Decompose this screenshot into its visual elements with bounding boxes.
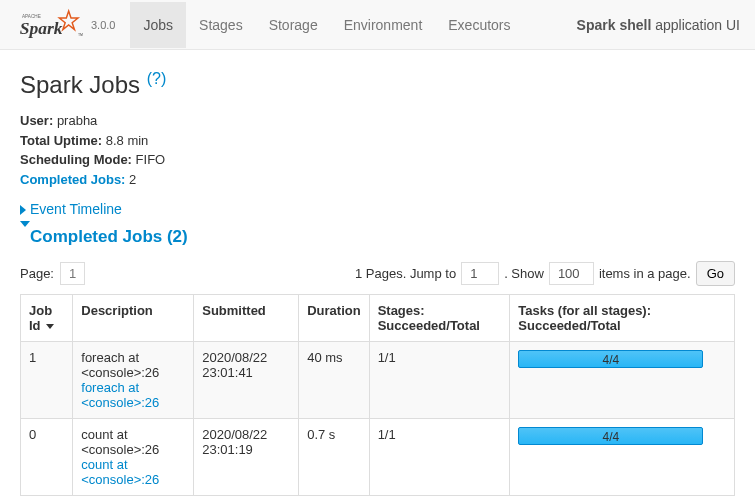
nav-tabs: Jobs Stages Storage Environment Executor… xyxy=(130,2,576,48)
app-name-suffix: application UI xyxy=(651,17,740,33)
caret-right-icon xyxy=(20,205,26,215)
cell-submitted: 2020/08/22 23:01:41 xyxy=(194,342,299,419)
cell-description: foreach at <console>:26 foreach at <cons… xyxy=(73,342,194,419)
table-row: 0 count at <console>:26 count at <consol… xyxy=(21,419,735,496)
page-title-text: Spark Jobs xyxy=(20,71,147,98)
cell-submitted: 2020/08/22 23:01:19 xyxy=(194,419,299,496)
cell-stages: 1/1 xyxy=(369,342,510,419)
completed-jobs-header[interactable]: Completed Jobs (2) xyxy=(20,227,735,247)
tab-environment[interactable]: Environment xyxy=(331,2,436,48)
cell-stages: 1/1 xyxy=(369,419,510,496)
tasks-progress-bar: 4/4 xyxy=(518,350,703,368)
summary-sched: Scheduling Mode: FIFO xyxy=(20,150,735,170)
completed-jobs-link[interactable]: Completed Jobs: xyxy=(20,172,125,187)
caret-down-icon xyxy=(20,221,30,246)
tab-storage[interactable]: Storage xyxy=(256,2,331,48)
app-name: Spark shell application UI xyxy=(577,17,740,33)
cell-description: count at <console>:26 count at <console>… xyxy=(73,419,194,496)
col-duration[interactable]: Duration xyxy=(299,295,369,342)
tab-stages[interactable]: Stages xyxy=(186,2,256,48)
pages-text: 1 Pages. Jump to xyxy=(355,266,456,281)
page-label: Page: xyxy=(20,266,54,281)
show-suffix: items in a page. xyxy=(599,266,691,281)
content-area: Spark Jobs (?) User: prabha Total Uptime… xyxy=(0,50,755,501)
summary-completed: Completed Jobs: 2 xyxy=(20,170,735,190)
spark-logo-icon: APACHE Spark TM xyxy=(15,6,85,44)
cell-duration: 40 ms xyxy=(299,342,369,419)
event-timeline-toggle[interactable]: Event Timeline xyxy=(20,201,735,217)
cell-job-id: 0 xyxy=(21,419,73,496)
navbar: APACHE Spark TM 3.0.0 Jobs Stages Storag… xyxy=(0,0,755,50)
svg-text:TM: TM xyxy=(78,32,83,36)
desc-link[interactable]: count at <console>:26 xyxy=(81,457,159,487)
page-title: Spark Jobs (?) xyxy=(20,70,735,99)
spark-version: 3.0.0 xyxy=(91,19,115,31)
cell-duration: 0.7 s xyxy=(299,419,369,496)
completed-jobs-header-text: Completed Jobs (2) xyxy=(30,227,188,246)
col-job-id[interactable]: Job Id xyxy=(21,295,73,342)
cell-job-id: 1 xyxy=(21,342,73,419)
table-row: 1 foreach at <console>:26 foreach at <co… xyxy=(21,342,735,419)
cell-tasks: 4/4 xyxy=(510,419,735,496)
tab-jobs[interactable]: Jobs xyxy=(130,2,186,48)
tab-executors[interactable]: Executors xyxy=(435,2,523,48)
table-header-row: Job Id Description Submitted Duration St… xyxy=(21,295,735,342)
summary-list: User: prabha Total Uptime: 8.8 min Sched… xyxy=(20,111,735,189)
app-name-bold: Spark shell xyxy=(577,17,652,33)
desc-text: count at <console>:26 xyxy=(81,427,159,457)
desc-link[interactable]: foreach at <console>:26 xyxy=(81,380,159,410)
col-submitted[interactable]: Submitted xyxy=(194,295,299,342)
jump-to-input[interactable] xyxy=(461,262,499,285)
go-button[interactable]: Go xyxy=(696,261,735,286)
jobs-table: Job Id Description Submitted Duration St… xyxy=(20,294,735,496)
event-timeline-label: Event Timeline xyxy=(30,201,122,217)
desc-text: foreach at <console>:26 xyxy=(81,350,159,380)
pagination-top: Page: 1 1 Pages. Jump to . Show items in… xyxy=(20,261,735,286)
items-per-page-input[interactable] xyxy=(549,262,594,285)
svg-text:Spark: Spark xyxy=(20,18,63,38)
summary-uptime: Total Uptime: 8.8 min xyxy=(20,131,735,151)
tasks-progress-bar: 4/4 xyxy=(518,427,703,445)
page-number[interactable]: 1 xyxy=(60,262,85,285)
show-prefix: . Show xyxy=(504,266,544,281)
col-stages[interactable]: Stages: Succeeded/Total xyxy=(369,295,510,342)
brand[interactable]: APACHE Spark TM 3.0.0 xyxy=(15,6,115,44)
col-description[interactable]: Description xyxy=(73,295,194,342)
sort-caret-icon xyxy=(46,324,54,329)
cell-tasks: 4/4 xyxy=(510,342,735,419)
help-link[interactable]: (?) xyxy=(147,70,167,87)
summary-user: User: prabha xyxy=(20,111,735,131)
col-tasks[interactable]: Tasks (for all stages): Succeeded/Total xyxy=(510,295,735,342)
